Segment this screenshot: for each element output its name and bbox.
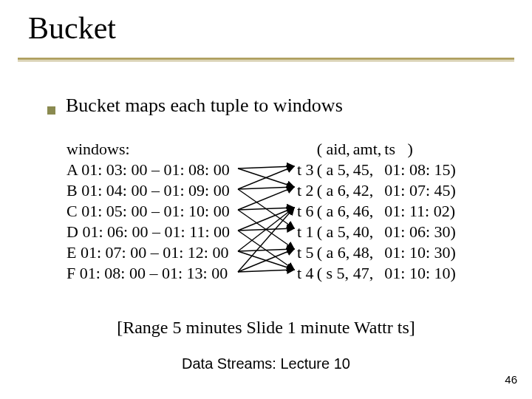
- page-number: 46: [505, 373, 517, 386]
- svg-line-5: [238, 187, 294, 210]
- windows-list: windows: A 01: 03: 00 – 01: 08: 00 B 01:…: [66, 139, 230, 284]
- svg-line-0: [238, 166, 294, 168]
- svg-line-15: [238, 249, 294, 272]
- slide: Bucket Bucket maps each tuple to windows…: [0, 0, 532, 399]
- bullet-text: Bucket maps each tuple to windows: [66, 95, 343, 117]
- tuple-row: t 2( a 6,42,01: 07: 45): [297, 180, 459, 201]
- window-row: B 01: 04: 00 – 01: 09: 00: [66, 180, 230, 201]
- svg-line-4: [238, 189, 294, 228]
- svg-line-2: [238, 166, 294, 189]
- tuple-row: t 6( a 6,46,01: 11: 02): [297, 201, 459, 222]
- window-row: C 01: 05: 00 – 01: 10: 00: [66, 201, 230, 222]
- tuple-row: t 4( s 5,47,01: 10: 10): [297, 263, 459, 284]
- window-row: E 01: 07: 00 – 01: 12: 00: [66, 242, 230, 263]
- svg-line-1: [238, 168, 294, 187]
- title-rule-outer: [18, 58, 514, 60]
- title-rule-inner: [18, 61, 514, 61]
- svg-line-13: [238, 251, 294, 270]
- tuples-table: ( aid, amt, ts ) t 3( a 5,45,01: 08: 15)…: [297, 139, 459, 284]
- svg-line-11: [238, 208, 294, 251]
- tuple-row: t 3( a 5,45,01: 08: 15): [297, 160, 459, 180]
- svg-line-10: [238, 231, 294, 270]
- svg-line-16: [238, 270, 294, 272]
- slide-title: Bucket: [28, 10, 116, 46]
- bullet-line: Bucket maps each tuple to windows: [47, 95, 343, 117]
- range-spec: [Range 5 minutes Slide 1 minute Wattr ts…: [0, 318, 532, 338]
- tuple-row: t 1( a 5,40,01: 06: 30): [297, 222, 459, 242]
- svg-line-12: [238, 249, 294, 251]
- svg-line-14: [238, 208, 294, 272]
- window-row: F 01: 08: 00 – 01: 13: 00: [66, 263, 230, 284]
- svg-line-3: [238, 187, 294, 189]
- window-row: A 01: 03: 00 – 01: 08: 00: [66, 160, 230, 180]
- bullet-icon: [47, 106, 55, 115]
- window-row: D 01: 06: 00 – 01: 11: 00: [66, 222, 230, 242]
- windows-label: windows:: [66, 140, 130, 158]
- svg-line-7: [238, 210, 294, 249]
- footer-center: Data Streams: Lecture 10: [0, 355, 532, 372]
- svg-line-8: [238, 208, 294, 231]
- tuple-row: t 5( a 6,48,01: 10: 30): [297, 242, 459, 263]
- svg-line-6: [238, 208, 294, 210]
- svg-line-9: [238, 228, 294, 231]
- tuple-header-row: ( aid, amt, ts ): [297, 139, 459, 160]
